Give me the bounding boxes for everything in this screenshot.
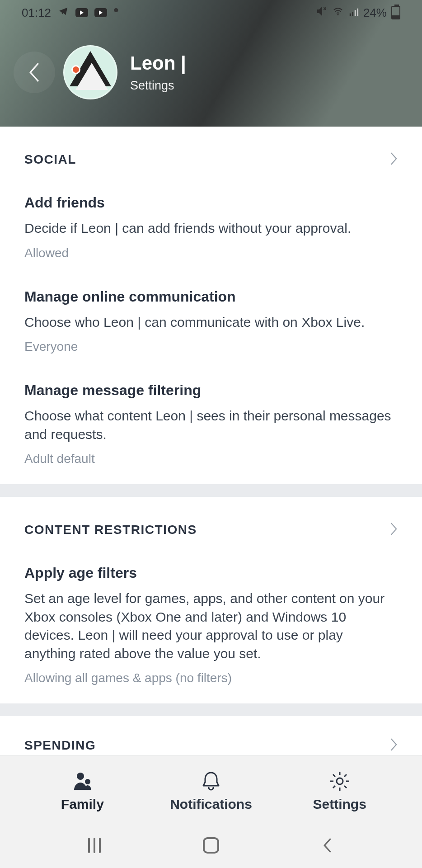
wifi-icon xyxy=(332,6,344,20)
item-title: Add friends xyxy=(24,194,398,211)
section-title-spending: SPENDING xyxy=(24,738,96,753)
item-add-friends[interactable]: Add friends Decide if Leon | can add fri… xyxy=(24,194,398,260)
system-back-button[interactable] xyxy=(314,838,341,853)
chevron-right-icon xyxy=(390,522,398,538)
item-desc: Choose who Leon | can communicate with o… xyxy=(24,313,398,332)
svg-rect-3 xyxy=(355,10,356,16)
item-title: Manage message filtering xyxy=(24,382,398,399)
profile-name: Leon | xyxy=(130,52,186,74)
item-title: Apply age filters xyxy=(24,565,398,581)
svg-rect-1 xyxy=(350,13,351,15)
section-title-content-restrictions: CONTENT RESTRICTIONS xyxy=(24,523,197,537)
nav-settings[interactable]: Settings xyxy=(275,770,404,812)
section-header-content-restrictions[interactable]: CONTENT RESTRICTIONS xyxy=(24,522,398,538)
gear-icon xyxy=(328,770,351,792)
item-apply-age-filters[interactable]: Apply age filters Set an age level for g… xyxy=(24,565,398,685)
bottom-nav: Family Notifications Settings xyxy=(0,755,422,823)
item-desc: Set an age level for games, apps, and ot… xyxy=(24,590,398,663)
section-header-social[interactable]: SOCIAL xyxy=(24,152,398,167)
svg-rect-4 xyxy=(357,8,358,15)
home-button[interactable] xyxy=(197,837,225,854)
youtube-icon-2 xyxy=(94,8,107,17)
section-divider xyxy=(0,484,422,497)
item-value: Allowed xyxy=(24,246,398,260)
mute-icon xyxy=(316,6,327,20)
item-value: Adult default xyxy=(24,452,398,466)
item-value: Allowing all games & apps (no filters) xyxy=(24,671,398,685)
avatar[interactable] xyxy=(63,45,117,99)
page-title: Settings xyxy=(130,79,186,93)
nav-family[interactable]: Family xyxy=(18,770,147,812)
section-social: SOCIAL Add friends Decide if Leon | can … xyxy=(0,127,422,484)
section-content-restrictions: CONTENT RESTRICTIONS Apply age filters S… xyxy=(0,497,422,703)
svg-point-0 xyxy=(337,14,338,15)
bell-icon xyxy=(202,770,220,792)
nav-label: Notifications xyxy=(170,797,252,812)
status-right: 24% xyxy=(316,6,400,20)
status-left: 01:12 • xyxy=(22,6,119,20)
header-text: Leon | Settings xyxy=(130,52,186,93)
section-header-spending[interactable]: SPENDING xyxy=(24,738,398,753)
settings-content: SOCIAL Add friends Decide if Leon | can … xyxy=(0,127,422,770)
nav-label: Settings xyxy=(313,797,366,812)
svg-point-5 xyxy=(77,773,84,780)
item-manage-message-filtering[interactable]: Manage message filtering Choose what con… xyxy=(24,382,398,466)
svg-rect-2 xyxy=(352,12,353,16)
svg-point-6 xyxy=(85,779,90,784)
nav-label: Family xyxy=(61,797,104,812)
battery-icon xyxy=(391,6,400,19)
item-desc: Choose what content Leon | sees in their… xyxy=(24,407,398,443)
status-time: 01:12 xyxy=(22,6,51,20)
telegram-icon xyxy=(57,6,69,19)
chevron-right-icon xyxy=(390,152,398,167)
battery-percent: 24% xyxy=(363,6,387,20)
family-icon xyxy=(70,770,94,792)
back-button[interactable] xyxy=(14,52,55,93)
chevron-right-icon xyxy=(390,738,398,753)
nav-notifications[interactable]: Notifications xyxy=(147,770,276,812)
status-bar: 01:12 • 24% xyxy=(0,0,422,25)
item-desc: Decide if Leon | can add friends without… xyxy=(24,219,398,238)
youtube-icon xyxy=(75,8,88,17)
section-divider xyxy=(0,703,422,716)
svg-point-7 xyxy=(337,778,343,784)
recents-button[interactable] xyxy=(81,838,108,853)
cellular-icon xyxy=(349,6,359,20)
item-title: Manage online communication xyxy=(24,288,398,305)
item-manage-online-communication[interactable]: Manage online communication Choose who L… xyxy=(24,288,398,354)
section-title-social: SOCIAL xyxy=(24,152,76,167)
android-nav-bar xyxy=(0,823,422,868)
item-value: Everyone xyxy=(24,340,398,354)
